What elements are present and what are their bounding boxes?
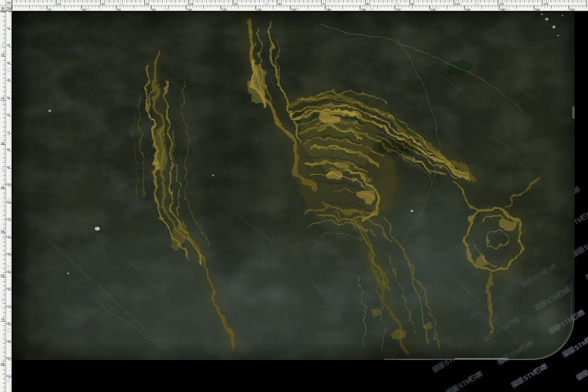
- svg-text:120: 120: [6, 217, 12, 221]
- svg-text:90: 90: [7, 165, 11, 169]
- svg-text:IN: IN: [7, 1, 11, 5]
- svg-text:140: 140: [6, 252, 12, 256]
- svg-text:40: 40: [7, 78, 11, 82]
- svg-text:80: 80: [366, 2, 370, 6]
- svg-text:80: 80: [152, 8, 156, 11]
- svg-text:70: 70: [1, 317, 4, 321]
- svg-text:190: 190: [6, 339, 12, 343]
- svg-text:30: 30: [7, 61, 11, 65]
- svg-text:170: 170: [6, 305, 12, 308]
- svg-text:CM: CM: [6, 7, 11, 11]
- svg-text:300: 300: [535, 8, 540, 11]
- svg-text:60: 60: [278, 2, 282, 6]
- svg-text:100: 100: [187, 8, 192, 11]
- svg-text:80: 80: [7, 148, 11, 151]
- svg-text:60: 60: [7, 113, 11, 116]
- svg-text:60: 60: [117, 8, 121, 11]
- svg-text:90: 90: [410, 2, 414, 6]
- svg-text:200: 200: [6, 356, 12, 360]
- svg-text:260: 260: [465, 8, 471, 11]
- svg-text:20: 20: [102, 2, 105, 6]
- svg-text:30: 30: [146, 2, 149, 6]
- svg-text:160: 160: [6, 287, 12, 290]
- svg-text:180: 180: [6, 322, 12, 325]
- svg-text:180: 180: [326, 8, 332, 11]
- svg-text:150: 150: [6, 270, 12, 273]
- svg-text:30: 30: [1, 141, 4, 145]
- svg-text:10: 10: [7, 26, 11, 30]
- svg-text:210: 210: [6, 374, 12, 378]
- svg-text:IN: IN: [1, 7, 5, 11]
- svg-text:20: 20: [7, 43, 11, 47]
- svg-text:100: 100: [6, 183, 12, 186]
- svg-text:10: 10: [1, 53, 4, 56]
- svg-text:100: 100: [455, 2, 461, 6]
- svg-text:200: 200: [361, 8, 366, 11]
- svg-text:50: 50: [234, 2, 238, 6]
- svg-text:20: 20: [48, 8, 51, 11]
- svg-text:50: 50: [1, 229, 4, 233]
- svg-text:50: 50: [7, 96, 11, 99]
- svg-text:140: 140: [256, 8, 262, 11]
- svg-text:110: 110: [499, 2, 505, 6]
- svg-text:220: 220: [396, 8, 401, 11]
- svg-text:40: 40: [1, 185, 4, 189]
- svg-text:60: 60: [1, 273, 4, 277]
- svg-text:130: 130: [6, 235, 12, 239]
